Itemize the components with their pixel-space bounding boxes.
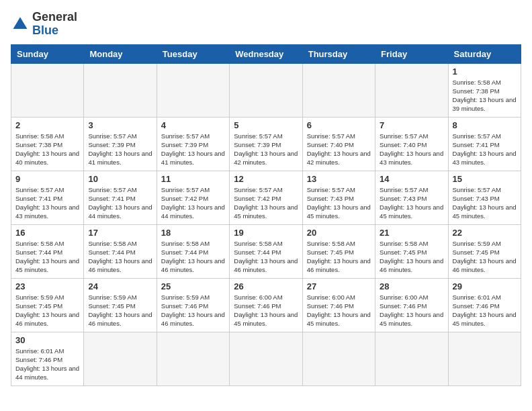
day-number: 6	[307, 120, 371, 130]
calendar-cell	[230, 63, 302, 117]
calendar-table: SundayMondayTuesdayWednesdayThursdayFrid…	[11, 44, 521, 386]
week-row-4: 16Sunrise: 5:58 AMSunset: 7:44 PMDayligh…	[11, 224, 521, 278]
day-info: Sunrise: 5:58 AMSunset: 7:38 PMDaylight:…	[15, 132, 79, 167]
calendar-header-row: SundayMondayTuesdayWednesdayThursdayFrid…	[11, 44, 521, 63]
calendar-cell	[11, 63, 84, 117]
day-number: 2	[15, 120, 79, 130]
calendar-cell	[84, 63, 157, 117]
day-info: Sunrise: 5:58 AMSunset: 7:45 PMDaylight:…	[380, 239, 443, 275]
calendar-cell	[375, 332, 448, 385]
day-info: Sunrise: 5:57 AMSunset: 7:41 PMDaylight:…	[88, 185, 152, 221]
day-header-wednesday: Wednesday	[230, 44, 302, 63]
day-info: Sunrise: 5:58 AMSunset: 7:44 PMDaylight:…	[161, 239, 225, 275]
calendar-cell	[157, 63, 229, 117]
day-number: 5	[234, 120, 298, 130]
calendar-cell: 26Sunrise: 6:00 AMSunset: 7:46 PMDayligh…	[230, 278, 302, 332]
day-number: 3	[88, 120, 152, 130]
calendar-cell	[157, 332, 229, 385]
day-number: 12	[234, 174, 298, 184]
calendar-cell: 15Sunrise: 5:57 AMSunset: 7:43 PMDayligh…	[448, 171, 521, 224]
day-number: 1	[453, 66, 517, 77]
calendar-cell: 9Sunrise: 5:57 AMSunset: 7:41 PMDaylight…	[11, 171, 84, 224]
calendar-cell: 12Sunrise: 5:57 AMSunset: 7:42 PMDayligh…	[230, 171, 302, 224]
calendar-cell: 6Sunrise: 5:57 AMSunset: 7:40 PMDaylight…	[302, 117, 375, 171]
calendar-cell: 2Sunrise: 5:58 AMSunset: 7:38 PMDaylight…	[11, 117, 84, 171]
week-row-5: 23Sunrise: 5:59 AMSunset: 7:45 PMDayligh…	[11, 278, 521, 332]
day-number: 13	[307, 174, 371, 184]
day-number: 4	[161, 120, 225, 130]
day-number: 15	[453, 174, 517, 184]
day-number: 26	[234, 281, 298, 291]
day-info: Sunrise: 5:59 AMSunset: 7:46 PMDaylight:…	[161, 293, 225, 328]
day-header-sunday: Sunday	[11, 44, 84, 63]
day-header-friday: Friday	[375, 44, 448, 63]
day-number: 20	[307, 228, 371, 238]
day-number: 9	[15, 174, 79, 184]
calendar-cell: 27Sunrise: 6:00 AMSunset: 7:46 PMDayligh…	[302, 278, 375, 332]
calendar-cell: 16Sunrise: 5:58 AMSunset: 7:44 PMDayligh…	[11, 224, 84, 278]
day-number: 8	[453, 120, 517, 130]
calendar-cell: 22Sunrise: 5:59 AMSunset: 7:45 PMDayligh…	[448, 224, 521, 278]
calendar-cell: 23Sunrise: 5:59 AMSunset: 7:45 PMDayligh…	[11, 278, 84, 332]
calendar-cell: 29Sunrise: 6:01 AMSunset: 7:46 PMDayligh…	[448, 278, 521, 332]
day-info: Sunrise: 5:57 AMSunset: 7:43 PMDaylight:…	[453, 185, 517, 221]
calendar-cell: 10Sunrise: 5:57 AMSunset: 7:41 PMDayligh…	[84, 171, 157, 224]
week-row-6: 30Sunrise: 6:01 AMSunset: 7:46 PMDayligh…	[11, 332, 521, 385]
calendar-cell: 28Sunrise: 6:00 AMSunset: 7:46 PMDayligh…	[375, 278, 448, 332]
calendar-cell: 18Sunrise: 5:58 AMSunset: 7:44 PMDayligh…	[157, 224, 229, 278]
logo-icon	[11, 15, 30, 34]
svg-rect-2	[16, 25, 24, 29]
day-number: 27	[307, 281, 371, 291]
day-number: 7	[380, 120, 443, 130]
day-number: 30	[15, 335, 79, 345]
calendar-cell	[84, 332, 157, 385]
day-info: Sunrise: 5:57 AMSunset: 7:42 PMDaylight:…	[161, 185, 225, 221]
calendar-cell	[230, 332, 302, 385]
day-info: Sunrise: 5:58 AMSunset: 7:44 PMDaylight:…	[88, 239, 152, 275]
week-row-3: 9Sunrise: 5:57 AMSunset: 7:41 PMDaylight…	[11, 171, 521, 224]
logo: GeneralBlue	[11, 11, 77, 38]
day-info: Sunrise: 5:57 AMSunset: 7:39 PMDaylight:…	[88, 132, 152, 167]
day-number: 16	[15, 228, 79, 238]
day-info: Sunrise: 5:57 AMSunset: 7:40 PMDaylight:…	[307, 132, 371, 167]
day-info: Sunrise: 5:57 AMSunset: 7:42 PMDaylight:…	[234, 185, 298, 221]
day-number: 17	[88, 228, 152, 238]
calendar-cell	[302, 332, 375, 385]
day-info: Sunrise: 5:59 AMSunset: 7:45 PMDaylight:…	[88, 293, 152, 328]
calendar-cell: 4Sunrise: 5:57 AMSunset: 7:39 PMDaylight…	[157, 117, 229, 171]
calendar-cell: 24Sunrise: 5:59 AMSunset: 7:45 PMDayligh…	[84, 278, 157, 332]
day-number: 23	[15, 281, 79, 291]
calendar-cell	[448, 332, 521, 385]
calendar-cell: 11Sunrise: 5:57 AMSunset: 7:42 PMDayligh…	[157, 171, 229, 224]
day-number: 11	[161, 174, 225, 184]
day-info: Sunrise: 6:00 AMSunset: 7:46 PMDaylight:…	[307, 293, 371, 328]
day-number: 19	[234, 228, 298, 238]
day-info: Sunrise: 5:57 AMSunset: 7:43 PMDaylight:…	[307, 185, 371, 221]
day-info: Sunrise: 6:00 AMSunset: 7:46 PMDaylight:…	[380, 293, 443, 328]
calendar-cell: 21Sunrise: 5:58 AMSunset: 7:45 PMDayligh…	[375, 224, 448, 278]
day-header-thursday: Thursday	[302, 44, 375, 63]
day-info: Sunrise: 5:57 AMSunset: 7:41 PMDaylight:…	[453, 132, 517, 167]
day-header-saturday: Saturday	[448, 44, 521, 63]
page-header: GeneralBlue	[11, 11, 521, 38]
day-info: Sunrise: 5:57 AMSunset: 7:40 PMDaylight:…	[380, 132, 443, 167]
calendar-cell: 1Sunrise: 5:58 AMSunset: 7:38 PMDaylight…	[448, 63, 521, 117]
calendar-cell: 30Sunrise: 6:01 AMSunset: 7:46 PMDayligh…	[11, 332, 84, 385]
day-header-tuesday: Tuesday	[157, 44, 229, 63]
day-info: Sunrise: 5:57 AMSunset: 7:41 PMDaylight:…	[15, 185, 79, 221]
day-number: 10	[88, 174, 152, 184]
day-info: Sunrise: 5:58 AMSunset: 7:45 PMDaylight:…	[307, 239, 371, 275]
logo-text: GeneralBlue	[32, 11, 77, 38]
day-number: 24	[88, 281, 152, 291]
day-number: 14	[380, 174, 443, 184]
calendar-cell	[302, 63, 375, 117]
calendar-cell: 5Sunrise: 5:57 AMSunset: 7:39 PMDaylight…	[230, 117, 302, 171]
day-info: Sunrise: 6:00 AMSunset: 7:46 PMDaylight:…	[234, 293, 298, 328]
day-info: Sunrise: 5:59 AMSunset: 7:45 PMDaylight:…	[453, 239, 517, 275]
day-header-monday: Monday	[84, 44, 157, 63]
calendar-cell: 20Sunrise: 5:58 AMSunset: 7:45 PMDayligh…	[302, 224, 375, 278]
day-info: Sunrise: 5:58 AMSunset: 7:44 PMDaylight:…	[15, 239, 79, 275]
calendar-cell: 25Sunrise: 5:59 AMSunset: 7:46 PMDayligh…	[157, 278, 229, 332]
day-number: 28	[380, 281, 443, 291]
calendar-cell	[375, 63, 448, 117]
